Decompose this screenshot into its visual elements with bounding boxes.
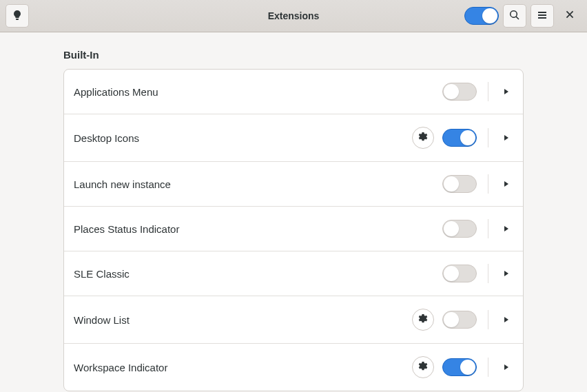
- extension-controls: [442, 82, 513, 101]
- extension-row: Desktop Icons: [64, 114, 523, 162]
- extension-name: Window List: [74, 314, 412, 326]
- extension-name: Places Status Indicator: [74, 223, 442, 235]
- extension-toggle[interactable]: [442, 83, 477, 101]
- chevron-right-icon: [503, 87, 510, 97]
- gear-icon: [418, 362, 428, 373]
- extension-toggle[interactable]: [442, 265, 477, 282]
- toggle-knob: [482, 8, 497, 23]
- search-button[interactable]: [503, 4, 526, 28]
- extension-toggle[interactable]: [442, 129, 477, 147]
- chevron-right-icon: [503, 179, 510, 189]
- close-button[interactable]: [558, 4, 581, 28]
- extension-settings-button[interactable]: [412, 356, 434, 378]
- toggle-knob: [444, 312, 459, 327]
- chevron-right-icon: [503, 362, 510, 373]
- chevron-right-icon: [503, 315, 510, 325]
- extension-row: Window List: [64, 296, 523, 344]
- expand-button[interactable]: [500, 360, 513, 374]
- headerbar: Extensions: [0, 0, 587, 32]
- expand-button[interactable]: [500, 313, 513, 327]
- expand-button[interactable]: [500, 267, 513, 280]
- separator: [488, 310, 488, 329]
- menu-button[interactable]: [531, 4, 554, 28]
- separator: [488, 219, 488, 238]
- expand-button[interactable]: [500, 85, 513, 99]
- section-header: Built-In: [63, 49, 524, 61]
- extension-name: Applications Menu: [74, 86, 442, 98]
- extension-controls: [442, 264, 513, 283]
- extension-controls: [442, 174, 513, 194]
- toggle-knob: [444, 84, 459, 99]
- extension-toggle[interactable]: [442, 311, 477, 329]
- extension-controls: [442, 219, 513, 238]
- extension-toggle[interactable]: [442, 175, 477, 193]
- extension-settings-button[interactable]: [412, 127, 434, 149]
- extension-row: Places Status Indicator: [64, 207, 523, 251]
- extension-controls: [412, 356, 513, 378]
- extension-controls: [412, 309, 513, 331]
- extension-controls: [412, 127, 513, 149]
- gear-icon: [418, 132, 428, 144]
- lightbulb-icon: [12, 10, 23, 23]
- gear-icon: [418, 314, 428, 326]
- separator: [488, 82, 488, 101]
- separator: [488, 128, 488, 147]
- extension-row: SLE Classic: [64, 251, 523, 296]
- toggle-knob: [444, 176, 459, 192]
- extension-settings-button[interactable]: [412, 309, 434, 331]
- content-area: Built-In Applications MenuDesktop IconsL…: [0, 32, 587, 392]
- master-toggle[interactable]: [464, 7, 499, 25]
- toggle-knob: [460, 360, 475, 375]
- expand-button[interactable]: [500, 131, 513, 145]
- extensions-list: Applications MenuDesktop IconsLaunch new…: [63, 69, 524, 391]
- extension-name: Desktop Icons: [74, 132, 412, 144]
- expand-button[interactable]: [500, 222, 513, 236]
- toggle-knob: [460, 130, 475, 145]
- separator: [488, 264, 488, 283]
- toggle-knob: [444, 266, 459, 281]
- about-button[interactable]: [6, 4, 29, 28]
- separator: [488, 358, 488, 377]
- window-title: Extensions: [268, 10, 320, 21]
- search-icon: [509, 10, 520, 23]
- expand-button[interactable]: [500, 177, 513, 191]
- extension-toggle[interactable]: [442, 220, 477, 238]
- separator: [488, 174, 488, 194]
- toggle-knob: [444, 221, 459, 236]
- chevron-right-icon: [503, 269, 510, 279]
- extension-toggle[interactable]: [442, 358, 477, 376]
- extension-name: Workspace Indicator: [74, 362, 412, 373]
- extension-row: Launch new instance: [64, 162, 523, 207]
- close-icon: [565, 10, 575, 22]
- chevron-right-icon: [503, 133, 510, 143]
- extension-row: Applications Menu: [64, 70, 523, 114]
- chevron-right-icon: [503, 224, 510, 234]
- extension-row: Workspace Indicator: [64, 344, 523, 391]
- hamburger-icon: [537, 10, 548, 23]
- extension-name: Launch new instance: [74, 178, 442, 190]
- extension-name: SLE Classic: [74, 268, 442, 280]
